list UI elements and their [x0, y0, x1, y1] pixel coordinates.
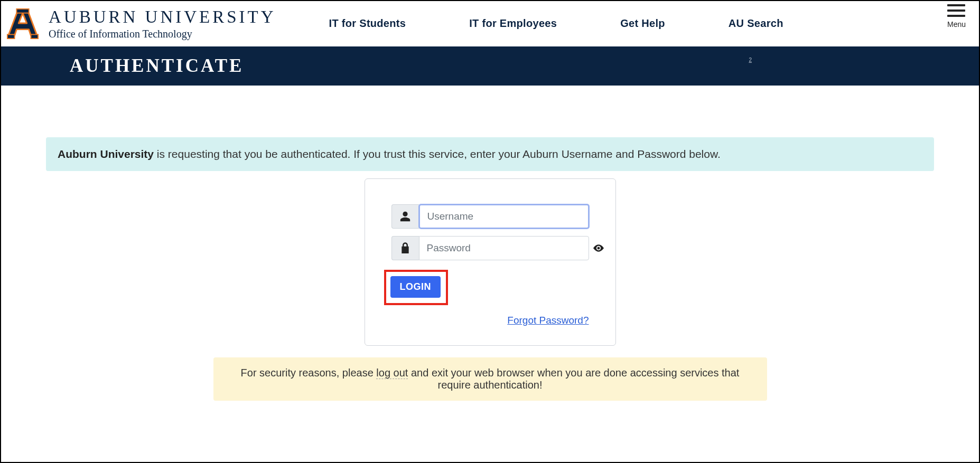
- security-logout-emph: log out: [376, 367, 408, 379]
- nav-au-search[interactable]: AU Search: [729, 17, 783, 30]
- security-pre: For security reasons, please: [241, 367, 377, 379]
- primary-nav: IT for Students IT for Employees Get Hel…: [329, 17, 783, 30]
- username-row: [391, 204, 589, 229]
- info-text: is requesting that you be authenticated.…: [154, 148, 721, 160]
- org-title: AUBURN UNIVERSITY: [49, 7, 276, 27]
- nav-it-employees[interactable]: IT for Employees: [469, 17, 557, 30]
- login-button-highlight: LOGIN: [384, 270, 449, 305]
- password-input[interactable]: [419, 236, 589, 260]
- title-superscript-link[interactable]: 2: [749, 57, 752, 63]
- security-post: and exit your web browser when you are d…: [408, 367, 739, 391]
- login-button[interactable]: LOGIN: [390, 276, 441, 298]
- info-strong: Auburn University: [58, 148, 154, 160]
- org-subtitle: Office of Information Technology: [49, 28, 276, 40]
- nav-it-students[interactable]: IT for Students: [329, 17, 406, 30]
- user-icon: [399, 211, 411, 222]
- menu-button[interactable]: Menu: [947, 4, 966, 29]
- forgot-password-link[interactable]: Forgot Password?: [507, 315, 589, 326]
- page-title-bar: AUTHENTICATE 2: [1, 46, 979, 86]
- au-logo-icon: [6, 8, 39, 40]
- info-banner: Auburn University is requesting that you…: [46, 137, 934, 171]
- nav-get-help[interactable]: Get Help: [620, 17, 665, 30]
- lock-icon: [400, 242, 410, 254]
- username-addon: [391, 204, 419, 229]
- password-row: [391, 236, 589, 260]
- logo-text: AUBURN UNIVERSITY Office of Information …: [49, 7, 276, 40]
- svg-rect-2: [16, 8, 29, 13]
- password-addon: [391, 236, 419, 260]
- site-header: AUBURN UNIVERSITY Office of Information …: [1, 1, 979, 46]
- hamburger-icon: [947, 4, 965, 17]
- svg-rect-0: [7, 34, 15, 39]
- username-input[interactable]: [419, 204, 589, 229]
- login-card: LOGIN Forgot Password?: [365, 178, 616, 346]
- eye-icon: [593, 244, 604, 252]
- toggle-password-visibility[interactable]: [593, 244, 604, 252]
- main-content: Auburn University is requesting that you…: [1, 137, 979, 401]
- security-notice: For security reasons, please log out and…: [213, 357, 767, 401]
- logo-block: AUBURN UNIVERSITY Office of Information …: [6, 7, 276, 40]
- page-title: AUTHENTICATE: [70, 55, 244, 77]
- svg-rect-1: [31, 34, 38, 39]
- menu-label: Menu: [947, 20, 966, 29]
- forgot-row: Forgot Password?: [391, 315, 589, 326]
